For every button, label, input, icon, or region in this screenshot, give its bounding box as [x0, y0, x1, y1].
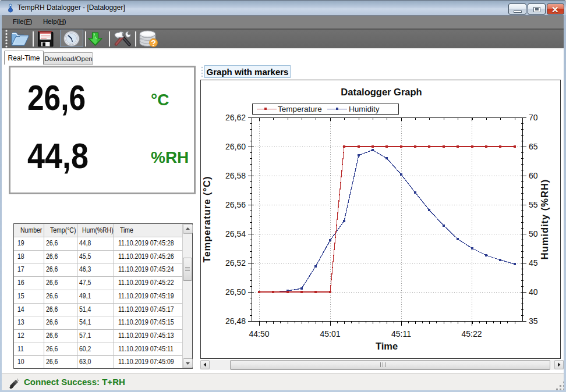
svg-text:26,60: 26,60 [225, 142, 246, 151]
svg-text:70: 70 [529, 113, 538, 122]
svg-text:35: 35 [529, 316, 538, 326]
svg-text:26,58: 26,58 [225, 171, 246, 180]
svg-text:Temperature: Temperature [278, 105, 322, 113]
svg-text:40: 40 [529, 287, 538, 297]
svg-text:26,50: 26,50 [225, 287, 246, 297]
svg-text:26,52: 26,52 [225, 258, 246, 268]
svg-text:44:50: 44:50 [249, 329, 269, 338]
svg-text:45:22: 45:22 [461, 329, 482, 338]
svg-text:Humidity (%RH): Humidity (%RH) [539, 179, 550, 260]
svg-text:45:01: 45:01 [320, 329, 340, 338]
svg-text:50: 50 [529, 229, 538, 238]
svg-text:60: 60 [529, 171, 538, 180]
svg-text:45:11: 45:11 [391, 329, 411, 338]
svg-text:45: 45 [529, 258, 538, 268]
svg-text:55: 55 [529, 200, 538, 209]
svg-text:Time: Time [376, 341, 398, 351]
svg-text:65: 65 [529, 142, 538, 151]
svg-text:26,54: 26,54 [225, 229, 246, 238]
svg-text:26,62: 26,62 [225, 113, 246, 122]
svg-text:26,56: 26,56 [225, 200, 246, 209]
svg-text:26,48: 26,48 [225, 316, 246, 326]
svg-text:Temperature (°C): Temperature (°C) [201, 176, 212, 263]
svg-text:Humidity: Humidity [349, 105, 380, 113]
svg-text:?: ? [151, 38, 156, 48]
svg-text:Datalogger Graph: Datalogger Graph [341, 87, 422, 97]
